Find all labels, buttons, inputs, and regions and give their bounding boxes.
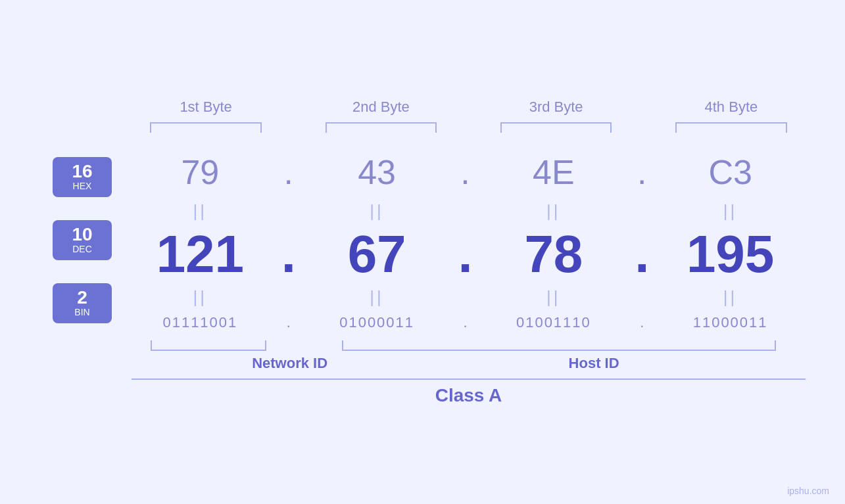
bottom-brackets-area: Network ID Host ID [39, 340, 806, 372]
bracket-top-4 [675, 122, 787, 133]
bin-badge: 2 BIN [53, 283, 112, 323]
dot-hex-1: . [276, 152, 302, 192]
byte-label-1: 1st Byte [132, 99, 280, 116]
byte-labels-row: 1st Byte 2nd Byte 3rd Byte 4th Byte [39, 99, 806, 116]
hex-badge: 16 HEX [53, 157, 112, 197]
host-id-label: Host ID [382, 355, 806, 372]
dot-dec-3: . [629, 224, 655, 285]
bracket-top-1 [150, 122, 262, 133]
bracket-bottom-net [151, 340, 266, 351]
network-id-label: Network ID [224, 355, 356, 372]
bin-val-3: 01001110 [479, 310, 629, 335]
dec-val-4: 195 [655, 225, 806, 283]
hex-val-2: 43 [302, 146, 452, 198]
hex-val-1: 79 [125, 146, 276, 198]
class-bracket-line [132, 378, 806, 380]
bin-val-2: 01000011 [302, 310, 452, 335]
bin-val-1: 01111001 [125, 310, 276, 335]
dec-val-2: 67 [302, 225, 452, 283]
main-values-grid: 16 HEX 10 DEC 2 BIN 79 . 43 . 4E . C3 || [39, 146, 806, 335]
dot-hex-2: . [452, 152, 479, 192]
watermark: ipshu.com [787, 486, 829, 496]
byte-label-4: 4th Byte [657, 99, 806, 116]
bracket-bottom-host [342, 340, 776, 351]
hex-val-4: C3 [655, 146, 806, 198]
dot-dec-2: . [452, 224, 479, 285]
dec-val-3: 78 [479, 225, 629, 283]
eq-2-3: || [479, 285, 629, 310]
dot-dec-1: . [276, 224, 302, 285]
eq-2-2: || [302, 285, 452, 310]
eq-1-2: || [302, 198, 452, 224]
dot-bin-2: . [452, 314, 479, 331]
eq-1-3: || [479, 198, 629, 224]
eq-1-4: || [655, 198, 806, 224]
base-labels-col: 16 HEX 10 DEC 2 BIN [39, 146, 125, 335]
id-labels-row: Network ID Host ID [132, 355, 806, 372]
dot-hex-3: . [629, 152, 655, 192]
byte-label-3: 3rd Byte [482, 99, 631, 116]
bracket-top-2 [326, 122, 437, 133]
bracket-top-3 [500, 122, 612, 133]
eq-2-1: || [125, 285, 276, 310]
dec-badge: 10 DEC [53, 220, 112, 260]
dec-val-1: 121 [125, 225, 276, 283]
class-row: Class A [39, 378, 806, 406]
values-grid: 79 . 43 . 4E . C3 || || || || 121 . 67 .… [125, 146, 806, 335]
bin-val-4: 11000011 [655, 310, 806, 335]
hex-val-3: 4E [479, 146, 629, 198]
top-brackets [39, 122, 806, 133]
eq-2-4: || [655, 285, 806, 310]
class-label: Class A [132, 385, 806, 406]
byte-label-2: 2nd Byte [306, 99, 455, 116]
eq-1-1: || [125, 198, 276, 224]
dot-bin-1: . [276, 314, 302, 331]
dot-bin-3: . [629, 314, 655, 331]
main-container: 1st Byte 2nd Byte 3rd Byte 4th Byte 16 H… [0, 0, 845, 504]
